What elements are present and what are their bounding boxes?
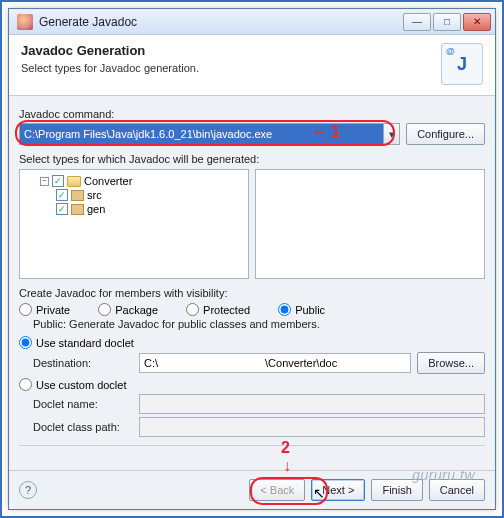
radio-protected[interactable]: Protected <box>186 303 250 316</box>
annotation-marker-1: 1 <box>331 123 340 141</box>
tree-collapse-icon[interactable]: − <box>40 177 49 186</box>
visibility-note: Public: Generate Javadoc for public clas… <box>33 318 485 330</box>
visibility-radios: Private Package Protected Public <box>19 303 485 316</box>
cancel-button[interactable]: Cancel <box>429 479 485 501</box>
types-panes: − ✓ Converter ✓ src ✓ <box>19 169 485 279</box>
tree-item-src[interactable]: ✓ src <box>56 188 244 202</box>
javadoc-command-label: Javadoc command: <box>19 108 485 120</box>
javadoc-command-combo[interactable]: ▾ <box>19 123 400 145</box>
radio-private[interactable]: Private <box>19 303 70 316</box>
dialog-window: Generate Javadoc — □ ✕ Javadoc Generatio… <box>8 8 496 510</box>
tree-item-gen[interactable]: ✓ gen <box>56 202 244 216</box>
app-icon <box>17 14 33 30</box>
doclet-group: Use standard doclet Destination: Browse.… <box>19 336 485 437</box>
button-bar: ? < Back Next > Finish Cancel 2 ↓ ↖ <box>9 470 495 509</box>
checkbox-gen[interactable]: ✓ <box>56 203 68 215</box>
project-tree[interactable]: − ✓ Converter ✓ src ✓ <box>19 169 249 279</box>
minimize-button[interactable]: — <box>403 13 431 31</box>
help-icon[interactable]: ? <box>19 481 37 499</box>
types-label: Select types for which Javadoc will be g… <box>19 153 485 165</box>
maximize-button[interactable]: □ <box>433 13 461 31</box>
destination-label: Destination: <box>33 357 133 369</box>
javadoc-command-input[interactable] <box>19 123 400 145</box>
page-subtitle: Select types for Javadoc generation. <box>21 62 441 74</box>
radio-public[interactable]: Public <box>278 303 325 316</box>
tree-item-label: gen <box>87 203 105 215</box>
javadoc-banner-icon: J <box>441 43 483 85</box>
annotation-arrow-2: ↓ <box>283 457 291 475</box>
destination-input[interactable] <box>139 353 411 373</box>
finish-button[interactable]: Finish <box>371 479 422 501</box>
titlebar[interactable]: Generate Javadoc — □ ✕ <box>9 9 495 35</box>
doclet-classpath-label: Doclet class path: <box>33 421 133 433</box>
cursor-icon: ↖ <box>313 485 325 501</box>
annotation-arrow-1: ← <box>311 123 327 141</box>
doclet-name-input <box>139 394 485 414</box>
separator <box>19 445 485 446</box>
browse-button[interactable]: Browse... <box>417 352 485 374</box>
checkbox-project[interactable]: ✓ <box>52 175 64 187</box>
annotation-marker-2: 2 <box>281 439 290 457</box>
window-title: Generate Javadoc <box>39 15 403 29</box>
checkbox-src[interactable]: ✓ <box>56 189 68 201</box>
tree-project-label: Converter <box>84 175 132 187</box>
back-button: < Back <box>249 479 305 501</box>
doclet-classpath-input <box>139 417 485 437</box>
page-title: Javadoc Generation <box>21 43 441 58</box>
tree-item-label: src <box>87 189 102 201</box>
package-icon <box>71 190 84 201</box>
radio-standard-doclet[interactable]: Use standard doclet <box>19 336 485 349</box>
visibility-label: Create Javadoc for members with visibili… <box>19 287 485 299</box>
configure-button[interactable]: Configure... <box>406 123 485 145</box>
package-icon <box>71 204 84 215</box>
dialog-header: Javadoc Generation Select types for Java… <box>9 35 495 96</box>
chevron-down-icon[interactable]: ▾ <box>383 124 399 144</box>
types-detail-pane[interactable] <box>255 169 485 279</box>
doclet-name-label: Doclet name: <box>33 398 133 410</box>
radio-package[interactable]: Package <box>98 303 158 316</box>
screenshot-frame: Generate Javadoc — □ ✕ Javadoc Generatio… <box>0 0 504 518</box>
tree-project-node[interactable]: − ✓ Converter <box>40 174 244 188</box>
dialog-body: Javadoc command: ▾ Configure... ← 1 Sele… <box>9 96 495 456</box>
folder-icon <box>67 176 81 187</box>
close-button[interactable]: ✕ <box>463 13 491 31</box>
radio-custom-doclet[interactable]: Use custom doclet <box>19 378 485 391</box>
